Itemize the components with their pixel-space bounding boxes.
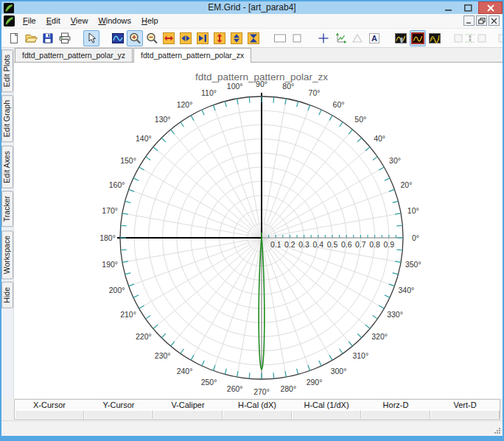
chart-style-dark-icon [428,32,441,45]
svg-text:20°: 20° [400,180,412,189]
sidebar-tab-edit-axes[interactable]: Edit Axes [1,146,13,188]
maximize-button[interactable] [458,1,478,14]
frame-wide-icon [273,32,287,45]
open-file-button[interactable] [23,30,39,46]
readout-value [430,410,500,419]
readout-value [15,410,84,419]
readout-header-vert-d: Vert-D [430,400,500,410]
expand-horizontal-button[interactable] [161,30,177,46]
chart-style-bar-button[interactable] [393,30,409,46]
mdi-restore-button[interactable] [476,15,487,26]
readout-header-horz-d: Horz-D [361,400,430,410]
axes-tool-button[interactable] [332,30,349,46]
svg-text:160°: 160° [109,180,125,189]
svg-text:0.9: 0.9 [383,240,394,249]
open-file-icon [24,32,38,45]
svg-text:150°: 150° [120,156,136,165]
toolbar: ALayout [1,29,503,48]
svg-text:0.8: 0.8 [369,240,380,249]
sidebar-tab-tracker[interactable]: Tracker [1,191,13,227]
svg-text:130°: 130° [155,115,171,124]
window-title: EM.Grid - [art_parab4] [1,1,503,14]
readout-value [292,410,361,419]
sidebar-tab-edit-graph[interactable]: Edit Graph [1,95,13,142]
sync-vertical-button [453,30,487,46]
compress-vertical-icon [230,32,243,45]
save-file-button[interactable] [40,30,56,46]
svg-text:0.3: 0.3 [298,240,309,249]
expand-vertical-icon [213,32,226,45]
menu-file[interactable]: File [18,16,41,25]
plot-wave-button[interactable] [110,30,126,46]
svg-text:270°: 270° [253,387,270,396]
readout-header-v-caliper: V-Caliper [153,400,223,410]
minimize-button[interactable] [438,1,458,14]
readout-header-x-cursor: X-Cursor [15,400,84,410]
expand-horizontal-icon [162,32,175,45]
zoom-out-button[interactable] [144,30,160,46]
readout-value [84,410,153,419]
compress-horizontal-button[interactable] [178,30,194,46]
svg-text:200°: 200° [109,286,125,294]
print-icon [58,32,71,45]
select-arrow-button[interactable] [83,30,99,46]
frame-wide-button[interactable] [272,30,288,46]
readout-value [361,410,430,419]
new-document-button[interactable] [6,30,22,46]
sidebar-tab-edit-plots[interactable]: Edit Plots [1,49,13,92]
svg-text:30°: 30° [389,156,401,165]
text-annotation-button[interactable]: A [366,30,382,46]
menu-windows[interactable]: Windows [93,16,136,25]
menu-edit[interactable]: Edit [41,16,66,25]
frame-narrow-button[interactable] [289,30,305,46]
mdi-minimize-button[interactable] [463,15,475,26]
readout-header-h-cal-1-dx-: H-Cal (1/dX) [292,400,361,410]
sidebar-tab-hide[interactable]: Hide [1,282,13,308]
doc-tab-fdtd_pattern_pattern_polar_yz[interactable]: fdtd_pattern_pattern_polar_yz [15,48,133,62]
svg-text:340°: 340° [399,286,415,294]
svg-text:250°: 250° [201,378,217,387]
plot-area[interactable]: 0°10°20°30°40°50°60°70°80°90°100°110°120… [14,63,503,398]
status-bar [1,420,503,436]
snap-vertical-icon [247,32,260,45]
crosshair-button[interactable] [315,30,332,46]
expand-vertical-button[interactable] [211,30,228,46]
readout-value [153,410,223,419]
chart-style-dark-button[interactable] [427,30,443,46]
svg-text:60°: 60° [333,100,345,109]
triangle-annotation-button [349,30,365,46]
sidebar-tab-workspace[interactable]: Workspace [1,230,13,279]
readout-value [223,410,292,419]
mdi-close-button[interactable] [489,15,500,26]
readout-header-h-cal-dx-: H-Cal (dX) [223,400,292,410]
crosshair-icon [317,32,330,45]
svg-text:10°: 10° [407,206,419,215]
close-button[interactable] [478,1,503,14]
compress-vertical-button[interactable] [228,30,245,46]
frame-narrow-icon [290,32,304,45]
menu-help[interactable]: Help [136,16,164,25]
doc-tab-fdtd_pattern_pattern_polar_zx[interactable]: fdtd_pattern_pattern_polar_zx [133,48,251,63]
svg-text:300°: 300° [331,367,347,375]
svg-text:0.4: 0.4 [312,240,323,249]
document-logo-icon [4,15,15,27]
svg-text:80°: 80° [282,82,294,91]
chart-style-red-button[interactable] [410,30,426,46]
svg-text:280°: 280° [280,384,296,393]
app-window: EM.Grid - [art_parab4] FileEditViewWindo… [0,0,504,441]
svg-text:0.1: 0.1 [270,240,281,249]
polar-chart: 0°10°20°30°40°50°60°70°80°90°100°110°120… [14,63,503,399]
svg-text:0.7: 0.7 [355,240,366,249]
zoom-in-button[interactable] [127,30,143,46]
print-button[interactable] [57,30,73,46]
menu-view[interactable]: View [66,16,94,25]
resize-grip[interactable] [494,427,501,434]
svg-text:350°: 350° [405,260,421,269]
compress-horizontal-icon [179,32,192,45]
new-document-icon [7,32,21,45]
snap-vertical-button[interactable] [245,30,262,46]
sidebar-tabstrip: Edit PlotsEdit GraphEdit AxesTrackerWork… [1,48,14,398]
snap-horizontal-button[interactable] [195,30,211,46]
chart-style-red-icon [411,32,424,45]
svg-text:210°: 210° [120,310,136,319]
